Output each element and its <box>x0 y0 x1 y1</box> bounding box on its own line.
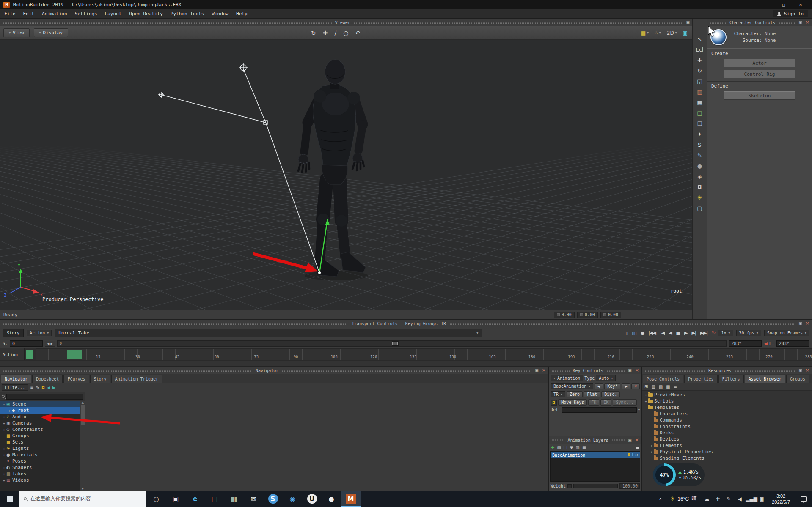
tab[interactable]: Navigator <box>1 375 31 383</box>
menu-item[interactable]: Help <box>236 11 248 16</box>
tree-scrollbar[interactable]: ▲ ▼ <box>80 401 85 491</box>
tree-item[interactable]: + ● Materials <box>0 452 80 458</box>
network-monitor-overlay[interactable]: 47% 1.4K/s 85.5K/s <box>653 463 705 486</box>
transform-value-field[interactable]: 0.00 <box>554 312 575 318</box>
expander-icon[interactable]: + <box>2 453 6 457</box>
dock-icon[interactable]: ▣ <box>628 438 632 442</box>
file-explorer-icon[interactable]: ▤ <box>205 491 224 507</box>
axis-icon[interactable]: ◈ <box>698 173 702 181</box>
onedrive-icon[interactable]: ☁ <box>702 496 712 502</box>
goto-end-icon[interactable]: ◀ <box>764 341 767 346</box>
new-folder-icon[interactable]: ⊞ <box>644 384 648 389</box>
dock-icon[interactable]: ▣ <box>798 20 802 25</box>
skype-icon[interactable]: S <box>263 491 283 507</box>
back-icon[interactable]: ◀ <box>47 385 50 390</box>
dock-icon[interactable]: ▣ <box>628 368 632 373</box>
layer-a-icon[interactable]: ▥ <box>576 445 580 450</box>
local-global-icon[interactable]: Lcl <box>696 46 703 54</box>
drag-handle[interactable] <box>710 22 726 24</box>
expander-icon[interactable]: + <box>2 421 6 425</box>
menu-item[interactable]: File <box>4 11 16 16</box>
expander-icon[interactable]: - <box>644 406 648 410</box>
menu-icon[interactable]: ≡ <box>674 384 677 389</box>
view-menu-button[interactable]: ▾ View <box>3 28 30 37</box>
drag-handle[interactable] <box>612 439 625 441</box>
dock-icon[interactable]: ▣ <box>535 368 539 373</box>
prev-key-button[interactable]: ◀ <box>595 383 603 389</box>
drag-handle[interactable] <box>3 370 252 372</box>
fcurve-icon[interactable]: S <box>698 141 701 149</box>
minimize-button[interactable]: — <box>759 2 775 8</box>
scroll-down-icon[interactable]: ▼ <box>82 487 84 491</box>
flat-button[interactable]: Flat <box>584 391 600 397</box>
playback-speed-dropdown[interactable]: 1x ▾ <box>718 330 733 336</box>
qq-icon[interactable]: ● <box>322 491 341 507</box>
detail-view-icon[interactable]: ▦ <box>666 384 670 389</box>
cortana-icon[interactable]: ○ <box>146 491 166 507</box>
key-lock-icon[interactable]: ◘ <box>551 400 557 406</box>
list-view-icon[interactable]: ▤ <box>659 384 663 389</box>
next-key-button[interactable]: ▶ <box>622 383 630 389</box>
tab[interactable]: Pose Controls <box>643 375 683 383</box>
menu-item[interactable]: Python Tools <box>171 11 204 16</box>
prev-key-button[interactable]: |◀ <box>660 330 664 336</box>
3d-viewport[interactable]: Y X Z Producer Perspective root <box>0 40 692 310</box>
action-center-button[interactable] <box>795 496 812 502</box>
pen-input-icon[interactable]: ✎ <box>724 496 734 502</box>
timeline-ruler[interactable]: 15 30 45 60 75 90 105 120 <box>36 348 812 360</box>
expander-icon[interactable]: + <box>7 408 12 413</box>
drag-handle[interactable] <box>551 370 570 372</box>
scroll-up-icon[interactable]: ▲ <box>82 401 84 404</box>
start-button[interactable] <box>0 491 19 507</box>
ik-button[interactable]: IK <box>600 399 611 406</box>
browser-layout-icon[interactable]: ▤ <box>697 110 702 117</box>
expander-icon[interactable]: + <box>649 450 654 454</box>
expander-icon[interactable]: + <box>2 428 6 432</box>
lock-icon[interactable]: ◘ <box>41 385 45 390</box>
tree-item[interactable]: + ◆ root <box>0 407 80 414</box>
display-menu-button[interactable]: ▾ Display <box>34 28 68 37</box>
actor-button[interactable]: Actor <box>724 59 795 67</box>
menu-item[interactable]: Window <box>212 11 228 16</box>
delete-key-button[interactable]: × <box>631 383 640 389</box>
schematic-view-icon[interactable]: ▦ <box>697 99 702 107</box>
asset-icon[interactable]: ✦ <box>697 131 702 138</box>
menu-item[interactable]: Settings <box>75 11 97 16</box>
asset-folder-item[interactable]: + PrevizMoves <box>642 392 812 398</box>
close-icon[interactable]: × <box>542 368 546 373</box>
layer-solo-icon[interactable]: I <box>632 453 633 457</box>
snap-icon[interactable]: ◘ <box>697 184 702 191</box>
clock[interactable]: 3:02 2022/5/7 <box>768 493 794 505</box>
network-icon[interactable]: ▂▄▆ <box>746 496 756 502</box>
drag-handle[interactable] <box>3 22 332 24</box>
layer-dropdown[interactable]: BaseAnimation ▾ <box>551 383 593 389</box>
camera-icon[interactable]: ▣ <box>683 30 689 36</box>
rotate-tool-icon[interactable]: ↻ <box>697 67 702 75</box>
asset-folder-item[interactable]: Devices <box>642 436 812 442</box>
tree-item[interactable]: + ♪ Audio <box>0 414 80 420</box>
tree-item[interactable]: + ▦ Videos <box>0 477 80 483</box>
dock-icon[interactable]: ▣ <box>798 321 802 326</box>
goto-start-button[interactable]: |◀◀ <box>648 330 656 336</box>
asset-folder-item[interactable]: Constraints <box>642 423 812 430</box>
motionbuilder-icon[interactable]: M <box>341 491 361 507</box>
select-tool-icon[interactable]: ↖ <box>697 36 702 43</box>
set-key-button[interactable]: Key* <box>604 383 620 389</box>
drag-handle[interactable] <box>551 439 564 441</box>
pen-icon[interactable]: ✎ <box>697 152 702 159</box>
expander-icon[interactable]: + <box>2 478 6 482</box>
frame-spinner[interactable]: ◀ ▶ <box>45 341 55 347</box>
weather-widget[interactable]: ☀ 16°C 晴 <box>666 495 701 502</box>
display-icon[interactable]: ▣ <box>757 496 767 502</box>
mark-out-button[interactable]: ▯▯ <box>632 330 636 336</box>
mark-in-button[interactable]: ▯ <box>626 330 628 336</box>
security-icon[interactable]: ✚ <box>713 496 723 502</box>
filter-dropdown[interactable]: Filte... <box>2 384 28 391</box>
expander-icon[interactable]: + <box>2 466 6 470</box>
fk-button[interactable]: FK <box>588 399 599 406</box>
drag-handle[interactable] <box>735 370 795 372</box>
magnify-icon[interactable]: ○ <box>343 30 348 36</box>
edge-icon[interactable]: e <box>185 491 205 507</box>
action-track-label[interactable]: Action <box>0 348 25 360</box>
taskbar-search[interactable]: 在这里输入你要搜索的内容 <box>19 491 146 507</box>
